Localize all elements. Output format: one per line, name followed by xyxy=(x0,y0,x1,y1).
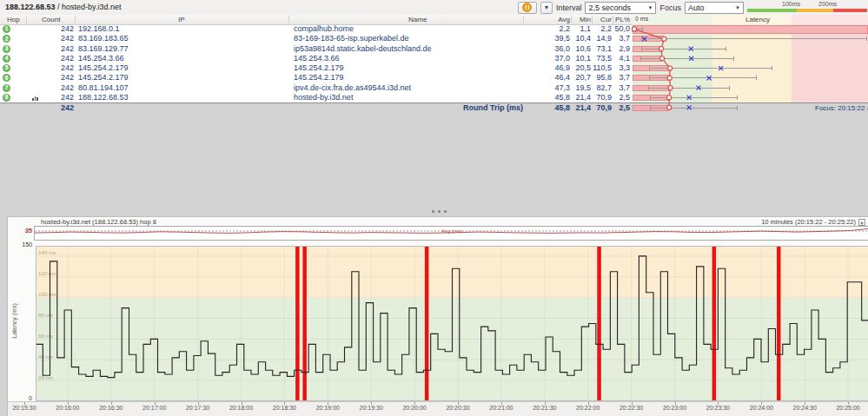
col-header-min[interactable]: Min xyxy=(575,16,591,23)
svg-text:80 ms: 80 ms xyxy=(38,312,53,318)
min-max-whisker xyxy=(641,49,726,50)
hop-row[interactable]: 4242145.254.3.66145.254.3.6637,010,173,5… xyxy=(0,54,868,63)
avg-mini-graph[interactable]: Avg (ms) xyxy=(34,226,868,241)
whisker-tick xyxy=(729,86,730,90)
hop-pl: 2,9 xyxy=(613,44,630,54)
svg-text:40 ms: 40 ms xyxy=(38,353,53,360)
hop-cur: 73,5 xyxy=(593,54,612,63)
interval-select[interactable]: 2,5 seconds ▼ xyxy=(585,2,656,14)
pause-button[interactable] xyxy=(518,2,537,14)
svg-text:100 ms: 100 ms xyxy=(38,291,56,297)
packet-loss-bar xyxy=(425,246,429,401)
whisker-tick xyxy=(633,27,634,31)
pause-dropdown-button[interactable]: ▼ xyxy=(540,2,553,14)
min-max-whisker xyxy=(640,58,733,59)
hop-row[interactable]: 1242192.168.0.1compalhub.home2,21,12,250… xyxy=(0,24,868,34)
hop-latency-graph xyxy=(633,44,868,54)
whisker-tick xyxy=(640,56,641,61)
hop-count: 242 xyxy=(30,63,74,73)
latency-zone-red xyxy=(792,44,868,54)
hop-row[interactable]: 6242145.254.2.179145.254.2.17946,420,795… xyxy=(0,73,868,83)
packet-loss-highlight xyxy=(633,25,868,34)
hop-ip: 80.81.194.107 xyxy=(78,83,129,93)
whisker-tick xyxy=(737,106,738,110)
panel-splitter-handle[interactable] xyxy=(408,207,469,215)
hop-ip: 83.169.129.77 xyxy=(78,44,129,54)
latency-column-header[interactable]: 0 ms Latency xyxy=(633,15,868,24)
hop-pl: 4,1 xyxy=(613,54,630,63)
svg-text:120 ms: 120 ms xyxy=(38,270,56,276)
yaxis-max-label: 150 xyxy=(15,241,32,248)
hop-cur: 70,9 xyxy=(593,93,612,102)
time-tick-label: 20:24:30 xyxy=(785,405,824,411)
target-titlebar: 188.122.68.53 / hosted-by.i3d.net ▼ Inte… xyxy=(0,0,868,16)
hop-row[interactable]: 324283.169.129.77ip53a9814d.static.kabel… xyxy=(0,44,868,54)
packet-loss-bar xyxy=(712,246,717,401)
focus-value: Auto xyxy=(688,3,705,12)
col-header-pl[interactable]: PL% xyxy=(614,16,630,23)
whisker-tick xyxy=(649,66,650,70)
timeline-panel: hosted-by.i3d.net (188.122.68.53) hop 8 … xyxy=(7,216,868,416)
hop-rows: 1242192.168.0.1compalhub.home2,21,12,250… xyxy=(0,24,868,102)
focus-range-text: Focus: 20:15:22 - 20:25:22 xyxy=(815,103,868,113)
hop-avg: 37,0 xyxy=(527,54,570,63)
col-header-cur[interactable]: Cur xyxy=(596,16,612,23)
time-tick-label: 20:24:00 xyxy=(742,405,780,411)
time-tick-label: 20:22:00 xyxy=(569,405,607,411)
hop-row[interactable]: 5242145.254.2.179145.254.2.17946,920,511… xyxy=(0,63,868,73)
latency-time-graph[interactable]: 20 ms40 ms60 ms80 ms100 ms120 ms140 ms xyxy=(36,246,868,401)
chevron-down-icon: ▼ xyxy=(735,5,740,10)
time-tick-label: 20:18:30 xyxy=(265,405,303,411)
trace-panel: 188.122.68.53 / hosted-by.i3d.net ▼ Inte… xyxy=(0,0,868,113)
round-trip-row: 242 Round Trip (ms) 45,8 21,4 70,9 2,5 F… xyxy=(0,102,868,113)
col-header-name[interactable]: Name xyxy=(408,16,427,23)
packet-loss-bar xyxy=(295,246,300,401)
yaxis-min-label: 0 xyxy=(15,395,32,401)
whisker-tick xyxy=(649,76,650,80)
whisker-tick xyxy=(726,47,726,51)
col-header-avg[interactable]: Avg xyxy=(553,16,570,23)
timeline-range-label: 10 minutes (20:15:22 - 20:25:22) xyxy=(761,218,856,226)
range-menu-icon[interactable]: ▾ xyxy=(858,219,865,226)
rt-avg: 45,8 xyxy=(527,103,570,113)
rt-pl: 2,5 xyxy=(613,103,630,113)
latency-zone-red xyxy=(792,73,868,83)
target-title: 188.122.68.53 / hosted-by.i3d.net xyxy=(5,3,121,11)
min-max-whisker xyxy=(641,38,866,39)
hop-min: 10,1 xyxy=(572,54,591,63)
min-max-whisker xyxy=(633,29,642,30)
hop-name: hosted-by.i3d.net xyxy=(294,93,353,102)
time-tick-label: 20:20:00 xyxy=(395,405,434,411)
col-header-ip[interactable]: IP xyxy=(178,16,185,23)
legend-gradient-bar xyxy=(747,9,867,12)
col-header-hop[interactable]: Hop xyxy=(7,16,20,23)
hop-name: 83-169-183-65-isp.superkabel.de xyxy=(294,34,409,43)
col-header-count[interactable]: Count xyxy=(42,16,60,23)
svg-text:140 ms: 140 ms xyxy=(38,249,56,255)
target-ip: 188.122.68.53 xyxy=(5,3,56,11)
hop-row[interactable]: 724280.81.194.107ipv4.de-cix.fra.de.as49… xyxy=(0,83,868,93)
hop-latency-graph xyxy=(633,34,868,43)
hop-latency-graph xyxy=(633,54,868,63)
hop-latency-graph xyxy=(633,63,868,73)
yaxis-title: Latency (ms) xyxy=(11,295,17,347)
hop-count: 242 xyxy=(30,73,74,83)
svg-text:60 ms: 60 ms xyxy=(38,333,53,339)
hop-cur: 14,9 xyxy=(593,34,612,43)
hop-row[interactable]: 224283.169.183.6583-169-183-65-isp.super… xyxy=(0,34,868,43)
hop-row[interactable]: 8242188.122.68.53hosted-by.i3d.net45,821… xyxy=(0,93,868,102)
hop-pl: 50,0 xyxy=(613,24,630,34)
avg-mini-svg: Avg (ms) xyxy=(35,227,868,240)
hop-name: 145.254.2.179 xyxy=(294,63,344,73)
hop-avg: 46,4 xyxy=(527,73,570,83)
focus-select[interactable]: Auto ▼ xyxy=(685,2,744,14)
latency-header-label: Latency xyxy=(745,16,770,23)
trace-controls: ▼ Interval 2,5 seconds ▼ Focus Auto ▼ 10… xyxy=(518,1,867,14)
min-max-whisker xyxy=(649,68,772,69)
hop-ip: 83.169.183.65 xyxy=(78,34,129,43)
hop-ip: 145.254.2.179 xyxy=(78,73,129,83)
pause-icon xyxy=(522,3,532,12)
hop-cur: 110,5 xyxy=(593,63,612,73)
rt-cur: 70,9 xyxy=(593,103,612,113)
hop-count: 242 xyxy=(30,93,74,102)
